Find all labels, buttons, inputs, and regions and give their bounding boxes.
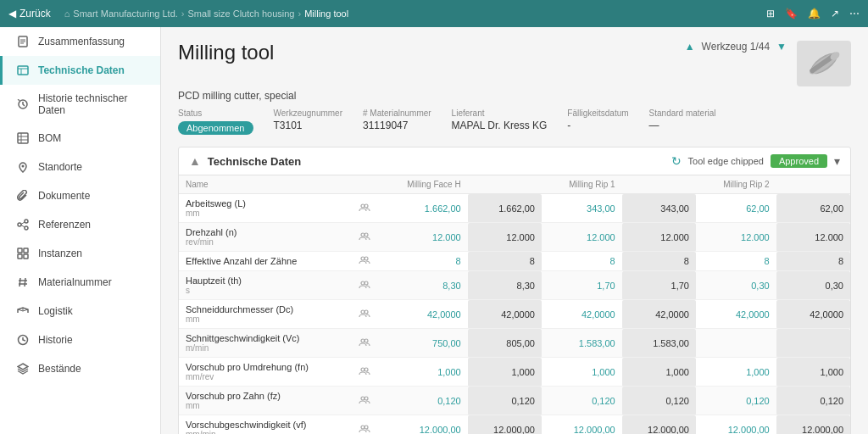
v1-gray: 8 (468, 252, 542, 271)
sidebar-item-instanzen[interactable]: Instanzen (0, 239, 160, 268)
param-icon-cell (348, 415, 377, 435)
param-name-cell: Drehzahl (n) rev/min (179, 223, 348, 252)
table-row: Drehzahl (n) rev/min 12.000 12.000 12.00… (179, 223, 850, 252)
param-name-cell: Arbeitsweg (L) mm (179, 194, 348, 223)
back-button[interactable]: ◀ Zurück (8, 8, 51, 19)
col-milling-rip-1-1: Milling Rip 1 (542, 175, 622, 194)
v1-teal: 0,120 (377, 387, 468, 415)
sidebar-item-historie-technischer[interactable]: Historie technischer Daten (0, 85, 160, 124)
breadcrumb-item-2[interactable]: Small size Clutch housing (188, 8, 295, 19)
standard-value: — (649, 120, 716, 131)
sidebar-item-technische-daten[interactable]: Technische Daten (0, 56, 160, 85)
user-group-icon (359, 281, 370, 291)
meta-supplier: Lieferant MAPAL Dr. Kress KG (452, 108, 548, 131)
sidebar-item-standorte[interactable]: Standorte (0, 153, 160, 181)
tool-nav-label: Werkzeug 1/44 (702, 41, 771, 53)
v3-teal: 12.000 (696, 223, 776, 252)
back-label: Zurück (19, 8, 51, 19)
svg-line-17 (21, 225, 25, 228)
page-header: Milling tool ▲ Werkzeug 1/44 ▼ (178, 41, 851, 86)
grid-small-icon (16, 247, 30, 260)
attach-icon (16, 189, 30, 203)
v1-gray: 12.000 (468, 223, 542, 252)
v2-gray: 0,120 (622, 387, 696, 415)
v2-gray: 1,70 (622, 271, 696, 300)
v3-gray (776, 329, 850, 358)
tool-nav-down-icon[interactable]: ▼ (776, 41, 787, 53)
sidebar-label-historie: Historie (38, 334, 73, 346)
v1-teal: 8 (377, 252, 468, 271)
user-group-icon (359, 367, 370, 377)
breadcrumb-item-3: Milling tool (304, 8, 348, 19)
param-name-cell: Schnittgeschwindigkeit (Vc) m/min (179, 329, 348, 358)
tool-nav-up-icon[interactable]: ▲ (685, 41, 695, 53)
v3-gray: 42,0000 (776, 300, 850, 329)
bookmark-icon[interactable]: 🔖 (785, 8, 798, 19)
param-icon-cell (348, 252, 377, 271)
collapse-icon[interactable]: ▲ (189, 154, 201, 168)
svg-line-16 (21, 222, 25, 225)
param-icon-cell (348, 300, 377, 329)
v3-gray: 62,00 (776, 194, 850, 223)
page-title: Milling tool (178, 41, 274, 64)
grid-icon[interactable]: ⊞ (766, 8, 775, 19)
v1-teal: 12.000 (377, 223, 468, 252)
tool-nav: ▲ Werkzeug 1/44 ▼ (685, 41, 787, 53)
param-icon-cell (348, 329, 377, 358)
material-nr-label: # Materialnummer (363, 108, 431, 118)
v2-gray: 343,00 (622, 194, 696, 223)
sidebar-item-historie[interactable]: Historie (0, 326, 160, 354)
sidebar-item-materialnummer[interactable]: Materialnummer (0, 268, 160, 297)
param-name-cell: Hauptzeit (th) s (179, 271, 348, 300)
more-icon[interactable]: ⋯ (849, 8, 860, 19)
v2-gray: 12.000 (622, 223, 696, 252)
v1-teal: 1.662,00 (377, 194, 468, 223)
param-icon-cell (348, 271, 377, 300)
tool-nr-label: Werkzeugnummer (274, 108, 343, 118)
sidebar-item-dokumente[interactable]: Dokumente (0, 181, 160, 210)
table-row: Vorschub pro Umdrehung (fn) mm/rev 1,000… (179, 358, 850, 387)
status-badge: Abgenommen (178, 121, 253, 135)
breadcrumb-item-1[interactable]: Smart Manufacturing Ltd. (73, 8, 178, 19)
sidebar-label-instanzen: Instanzen (38, 248, 82, 259)
v2-gray: 1,000 (622, 358, 696, 387)
sidebar-item-logistik[interactable]: Logistik (0, 297, 160, 326)
share-icon[interactable]: ↗ (831, 8, 839, 19)
v3-gray: 0,30 (776, 271, 850, 300)
sidebar-item-zusammenfassung[interactable]: Zusammenfassung (0, 27, 160, 56)
svg-point-40 (364, 281, 368, 285)
main-layout: Zusammenfassung Technische Daten Histori… (0, 27, 868, 434)
standard-label: Standard material (649, 108, 716, 118)
svg-point-41 (361, 310, 364, 314)
breadcrumb: ⌂ Smart Manufacturing Ltd. › Small size … (64, 8, 348, 19)
chevron-down-icon[interactable]: ▾ (834, 154, 840, 168)
v3-teal: 62,00 (696, 194, 776, 223)
section-header: ▲ Technische Daten ↻ Tool edge chipped A… (179, 147, 850, 175)
v1-teal: 750,00 (377, 329, 468, 358)
v3-gray: 8 (776, 252, 850, 271)
meta-due-date: Fälligkeitsdatum - (567, 108, 628, 131)
v1-gray: 42,0000 (468, 300, 542, 329)
table-row: Vorschubgeschwindigkeit (vf) mm/min 12.0… (179, 415, 850, 435)
svg-line-22 (19, 278, 20, 287)
v2-teal: 0,120 (542, 387, 622, 415)
v1-gray: 805,00 (468, 329, 542, 358)
refresh-icon[interactable]: ↻ (671, 154, 682, 168)
sidebar-label-bestande: Bestände (38, 363, 81, 375)
sidebar-item-bestande[interactable]: Bestände (0, 354, 160, 383)
v3-gray: 12.000,00 (776, 415, 850, 435)
user-group-icon (359, 309, 370, 320)
sidebar-item-bom[interactable]: BOM (0, 124, 160, 153)
sidebar-label-bom: BOM (38, 132, 61, 144)
svg-rect-19 (24, 248, 28, 253)
col-name-header: Name (179, 175, 348, 194)
sidebar-item-referenzen[interactable]: Referenzen (0, 210, 160, 239)
tool-image (797, 41, 851, 86)
svg-point-37 (361, 257, 364, 260)
top-nav-icons: ⊞ 🔖 🔔 ↗ ⋯ (766, 8, 860, 19)
col-milling-face-h-2 (468, 175, 542, 194)
v3-teal: 12.000,00 (696, 415, 776, 435)
col-icon-header (348, 175, 377, 194)
v3-gray: 0,120 (776, 387, 850, 415)
bell-icon[interactable]: 🔔 (808, 8, 821, 19)
